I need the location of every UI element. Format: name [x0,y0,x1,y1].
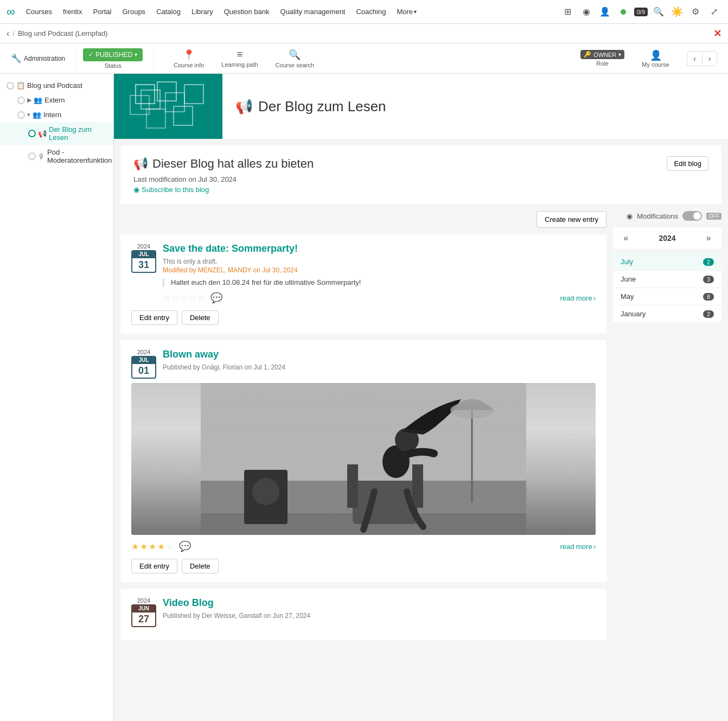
month-item-january[interactable]: January 2 [613,305,721,322]
read-more-1[interactable]: read more › [560,543,596,551]
date-day-2: 27 [131,612,156,627]
entry-title-0[interactable]: Save the date: Sommerparty! [163,243,596,254]
blown-away-image [131,383,596,535]
svg-rect-9 [201,383,526,535]
blog-header-image [114,74,222,139]
status-dot[interactable] [616,4,631,20]
svg-rect-11 [201,513,526,535]
app-logo[interactable]: ∞ [7,5,15,19]
user-icon[interactable]: 👤 [597,4,612,20]
entry-title-2[interactable]: Video Blog [163,597,596,609]
entry-title-1[interactable]: Blown away [163,349,596,360]
main-layout: 📋 Blog und Podcast ▶ 👥 Extern ▾ 👥 Intern… [0,74,728,721]
svg-rect-16 [412,464,423,508]
svg-rect-10 [201,481,526,535]
nav-frentix[interactable]: frentix [59,5,86,18]
published-button[interactable]: ✓ PUBLISHED ▾ [83,48,143,61]
star-1-2[interactable]: ★ [140,541,148,552]
nav-catalog[interactable]: Catalog [152,5,185,18]
star-0-4[interactable]: ☆ [189,293,196,303]
month-item-may[interactable]: May 8 [613,288,721,305]
rss-icon[interactable]: ◉ [579,4,594,20]
entry-content-0: Save the date: Sommerparty! This is only… [163,243,596,304]
nav-portal[interactable]: Portal [89,5,116,18]
star-1-1[interactable]: ★ [131,541,139,552]
my-course-button[interactable]: 👤 My course [635,49,676,68]
delete-entry-button-0[interactable]: Delete [182,310,219,325]
star-1-5[interactable]: ☆ [166,541,174,552]
close-button[interactable]: ✕ [713,28,721,40]
star-1-4[interactable]: ★ [157,541,165,552]
course-search-item[interactable]: 🔍 Course search [267,49,323,68]
calendar-icon[interactable]: ⊞ [560,4,576,20]
star-1-3[interactable]: ★ [149,541,156,552]
role-button[interactable]: 🔑 OWNER ▾ Role [574,50,631,67]
star-0-5[interactable]: ☆ [197,293,205,303]
next-year-button[interactable]: » [702,232,715,245]
search-icon[interactable]: 🔍 [651,4,666,20]
edit-entry-button-0[interactable]: Edit entry [131,310,177,325]
admin-label: Administration [24,55,65,62]
header-megaphone-icon: 📢 [235,98,253,115]
month-item-june[interactable]: June 3 [613,271,721,288]
nav-question-bank[interactable]: Question bank [220,5,274,18]
svg-rect-14 [353,481,418,524]
subscribe-link[interactable]: ◉ Subscribe to this blog [133,186,708,194]
date-block-0: 2024 JUL 31 [131,243,156,273]
nav-more[interactable]: More ▾ [392,5,421,18]
prev-year-button[interactable]: « [620,232,633,245]
entry-content-1: Blown away Published by Gnägi, Florian o… [163,349,596,375]
month-label-may: May [621,292,634,301]
month-count-july: 2 [703,258,714,266]
nav-quality-management[interactable]: Quality management [276,5,350,18]
nav-library[interactable]: Library [187,5,218,18]
read-more-0[interactable]: read more › [560,294,596,302]
next-arrow[interactable]: › [702,51,717,66]
edit-blog-button[interactable]: Edit blog [667,156,708,171]
comment-icon-1[interactable]: 💬 [179,540,191,552]
course-info-item[interactable]: 📍 Course info [165,49,213,68]
sidebar-label-blog-podcast: Blog und Podcast [27,81,82,90]
modifications-label: Modifications [637,212,678,220]
delete-entry-button-1[interactable]: Delete [182,559,219,573]
sidebar-item-pod[interactable]: 🎙 Pod - Moderatorenfunktion [0,145,113,168]
edit-entry-button-1[interactable]: Edit entry [131,559,177,573]
breadcrumb-link[interactable]: Blog und Podcast (Lernpfad) [18,29,108,37]
blog-header-title: 📢 Der Blog zum Lesen [222,74,728,139]
comment-icon-0[interactable]: 💬 [210,292,222,304]
month-count-may: 8 [703,293,714,301]
entry-excerpt-0: Haltet euch den 10.08.24 frei für die ul… [163,278,596,286]
star-0-3[interactable]: ☆ [180,293,188,303]
nav-icons-group: ⊞ ◉ 👤 0/9 🔍 ☀️ ⚙ ⤢ [560,4,721,20]
right-sidebar-column: ◉ Modifications OFF « 2024 » July [613,211,721,647]
nav-coaching[interactable]: Coaching [352,5,390,18]
prev-arrow[interactable]: ‹ [687,51,702,66]
nav-groups[interactable]: Groups [118,5,150,18]
sidebar-item-blog-lesen[interactable]: 📢 Der Blog zum Lesen [0,122,113,145]
settings-icon[interactable]: ⚙ [688,4,703,20]
entry-footer-1: ★ ★ ★ ★ ☆ 💬 read more › [131,540,596,552]
nav-courses[interactable]: Courses [22,5,56,18]
group-icon-extern: 👥 [34,96,42,104]
sidebar-item-blog-podcast[interactable]: 📋 Blog und Podcast [0,78,113,93]
month-label-july: July [621,258,633,266]
star-0-2[interactable]: ☆ [171,293,179,303]
month-item-july[interactable]: July 2 [613,253,721,271]
fullscreen-icon[interactable]: ⤢ [706,4,721,20]
role-label: OWNER [593,52,616,58]
sidebar-item-intern[interactable]: ▾ 👥 Intern [0,107,113,122]
date-month-2: JUN [131,604,156,612]
theme-icon[interactable]: ☀️ [669,4,685,20]
blog-body: 📢 Dieser Blog hat alles zu bieten Edit b… [120,145,721,205]
modifications-toggle[interactable] [682,211,702,221]
learning-path-item[interactable]: ≡ Learning path [213,49,266,68]
entries-column: Create new entry 2024 JUL 31 Save the da… [120,211,606,647]
entry-author-0: Modified by MENZEL, MANDY on Jul 30, 202… [163,266,596,274]
list-icon: 📋 [16,81,25,90]
sidebar-item-extern[interactable]: ▶ 👥 Extern [0,93,113,107]
create-entry-button[interactable]: Create new entry [537,211,606,228]
path-icon: ≡ [237,49,243,60]
star-0-1[interactable]: ☆ [163,293,170,303]
read-more-label-0: read more [560,294,592,302]
back-button[interactable]: ‹ [7,29,9,39]
